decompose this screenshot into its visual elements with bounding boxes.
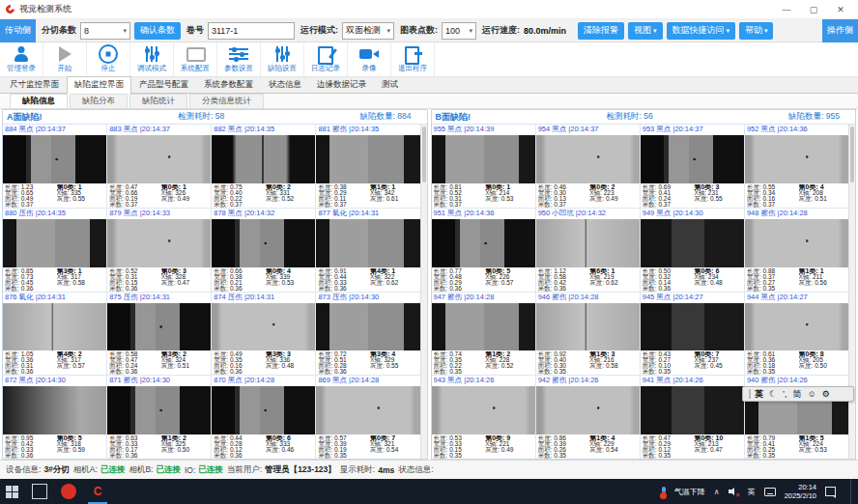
defect-cell[interactable]: 949 黑点 |20:14:30 长度: 0.50 宽度: 0.32 面积: 0… (641, 209, 744, 292)
defect-image[interactable] (641, 386, 744, 434)
defect-image[interactable] (745, 303, 848, 351)
confirm-count-button[interactable]: 确认条数 (134, 22, 181, 40)
defect-image[interactable] (3, 386, 106, 434)
ime-emoji-button[interactable]: ☺ (808, 387, 816, 401)
defect-cell[interactable]: 955 黑点 |20:14:39 长度: 0.81 宽度: 0.52 面积: 0… (432, 125, 535, 208)
main-tab[interactable]: 缺陷监控界面 (67, 76, 131, 94)
defect-image[interactable] (107, 135, 211, 183)
defect-cell[interactable]: 877 氧化 |20:14:31 长度: 0.91 宽度: 0.44 面积: 0… (316, 209, 419, 292)
defect-cell[interactable]: 950 小凹坑 |20:14:32 长度: 1.12 宽度: 0.58 面积: … (536, 209, 640, 292)
panel-a-scrollbar-thumb[interactable] (422, 126, 426, 182)
defect-cell[interactable]: 944 黑点 |20:14:27 长度: 0.61 宽度: 0.36 面积: 0… (745, 293, 848, 376)
defect-cell[interactable]: 954 黑点 |20:14:37 长度: 0.46 宽度: 0.30 面积: 0… (536, 125, 640, 208)
defect-cell[interactable]: 880 压伤 |20:14:35 长度: 0.85 宽度: 0.73 面积: 0… (3, 209, 106, 292)
action-button[interactable]: 日志记录 (304, 42, 348, 76)
show-desktop-button[interactable] (850, 479, 854, 504)
defect-image[interactable] (316, 303, 419, 351)
action-button[interactable]: 系统配置 (174, 42, 217, 76)
defect-image[interactable] (107, 303, 211, 351)
main-tab[interactable]: 产品型号配置 (131, 76, 196, 93)
clear-alarm-button[interactable]: 清除报警 (578, 22, 624, 40)
keyboard-icon[interactable] (764, 488, 776, 496)
data-quick-access-menu-button[interactable]: 数据快捷访问 (667, 22, 735, 40)
taskbar-active-app-icon[interactable]: C (90, 484, 105, 499)
defect-cell[interactable]: 953 黑点 |20:14:37 长度: 0.69 宽度: 0.41 面积: 0… (641, 125, 744, 208)
help-menu-button[interactable]: 帮助 (739, 22, 773, 40)
ime-drag-handle[interactable] (749, 389, 751, 399)
chart-points-select[interactable]: 100 (442, 22, 476, 40)
defect-cell[interactable]: 947 擦伤 |20:14:28 长度: 0.74 宽度: 0.35 面积: 0… (432, 293, 535, 376)
defect-cell[interactable]: 948 擦伤 |20:14:28 长度: 0.88 宽度: 0.37 面积: 0… (745, 209, 848, 292)
defect-cell[interactable]: 881 擦伤 |20:14:35 长度: 0.38 宽度: 0.29 面积: 0… (316, 125, 419, 208)
action-center-icon[interactable] (825, 487, 836, 496)
defect-cell[interactable]: 883 黑点 |20:14:37 长度: 0.47 宽度: 0.66 面积: 0… (107, 125, 211, 208)
main-tab[interactable]: 测试 (374, 76, 406, 93)
sub-tab[interactable]: 缺陷信息 (10, 94, 68, 109)
main-tab[interactable]: 尺寸监控界面 (2, 76, 67, 93)
sub-tab[interactable]: 分类信息统计 (189, 94, 264, 109)
slit-count-select[interactable]: 8 (80, 22, 130, 40)
defect-image[interactable] (212, 219, 315, 267)
ime-halfwidth-toggle[interactable]: ☾ (769, 387, 777, 401)
defect-image[interactable] (432, 135, 535, 183)
defect-cell[interactable]: 946 擦伤 |20:14:28 长度: 0.92 宽度: 0.40 面积: 0… (536, 293, 640, 376)
defect-image[interactable] (3, 135, 106, 183)
taskbar-app-red-icon[interactable] (61, 484, 76, 499)
volume-muted-icon[interactable]: × (729, 487, 739, 496)
ime-lang-toggle[interactable]: 英 (755, 387, 763, 401)
sub-tab[interactable]: 缺陷统计 (129, 94, 187, 109)
panel-a-scrollbar[interactable] (420, 125, 427, 459)
taskbar-app-window-icon[interactable] (32, 484, 47, 499)
defect-cell[interactable]: 870 黑点 |20:14:28 长度: 0.44 宽度: 0.28 面积: 0… (212, 376, 315, 459)
defect-cell[interactable]: 879 黑点 |20:14:33 长度: 0.52 宽度: 0.31 面积: 0… (107, 209, 211, 292)
defect-image[interactable] (107, 219, 211, 267)
defect-cell[interactable]: 873 压伤 |20:14:30 长度: 0.72 宽度: 0.51 面积: 0… (316, 293, 419, 376)
defect-image[interactable] (3, 303, 106, 351)
taskbar-clock[interactable]: 20:14 2025/2/10 (785, 483, 816, 500)
defect-cell[interactable]: 878 黑点 |20:14:32 长度: 0.66 宽度: 0.38 面积: 0… (212, 209, 315, 292)
panel-b-scrollbar[interactable] (848, 125, 855, 459)
defect-cell[interactable]: 882 黑点 |20:14:35 长度: 0.75 宽度: 0.40 面积: 0… (212, 125, 315, 208)
defect-image[interactable] (536, 219, 640, 267)
action-button[interactable]: 退出程序 (391, 42, 435, 76)
maximize-button[interactable]: ▢ (800, 1, 827, 18)
defect-image[interactable] (536, 303, 640, 351)
defect-image[interactable] (316, 219, 419, 267)
defect-cell[interactable]: 871 擦伤 |20:14:30 长度: 0.63 宽度: 0.33 面积: 0… (107, 376, 211, 459)
defect-cell[interactable]: 875 压伤 |20:14:31 长度: 0.58 宽度: 0.47 面积: 0… (107, 293, 211, 376)
action-button[interactable]: 参数设置 (217, 42, 261, 76)
defect-image[interactable] (432, 303, 535, 351)
run-mode-select[interactable]: 双面检测 (342, 22, 394, 40)
defect-cell[interactable]: 952 黑点 |20:14:36 长度: 0.55 宽度: 0.34 面积: 0… (745, 125, 848, 208)
main-tab[interactable]: 状态信息 (261, 76, 309, 93)
defect-image[interactable] (641, 303, 744, 351)
defect-image[interactable] (212, 135, 315, 183)
roll-number-input[interactable] (208, 22, 295, 40)
defect-image[interactable] (641, 135, 744, 183)
action-button[interactable]: 缺陷设置 (261, 42, 304, 76)
defect-image[interactable] (536, 386, 640, 434)
thermometer-icon[interactable] (662, 487, 666, 497)
action-button[interactable]: 调试模式 (130, 42, 174, 76)
defect-cell[interactable]: 941 黑点 |20:14:26 长度: 0.47 宽度: 0.29 面积: 0… (641, 376, 744, 459)
defect-image[interactable] (212, 303, 315, 351)
ime-settings-button[interactable]: ⚙ (822, 387, 830, 401)
ime-punctuation-toggle[interactable]: ’, (783, 387, 787, 401)
input-language-indicator[interactable]: 英 (748, 487, 756, 497)
start-button[interactable] (6, 486, 18, 498)
defect-image[interactable] (212, 386, 315, 434)
action-button[interactable]: 录像 (348, 42, 391, 76)
defect-cell[interactable]: 876 氧化 |20:14:31 长度: 1.05 宽度: 0.36 面积: 0… (3, 293, 106, 376)
defect-image[interactable] (3, 219, 106, 267)
defect-cell[interactable]: 874 压伤 |20:14:31 长度: 0.49 宽度: 0.35 面积: 0… (212, 293, 315, 376)
defect-image[interactable] (316, 386, 419, 434)
defect-image[interactable] (536, 135, 640, 183)
sub-tab[interactable]: 缺陷分布 (70, 94, 128, 109)
defect-image[interactable] (641, 219, 744, 267)
view-menu-button[interactable]: 视图 (628, 22, 662, 40)
defect-cell[interactable]: 942 擦伤 |20:14:26 长度: 0.86 宽度: 0.39 面积: 0… (536, 376, 640, 459)
main-tab[interactable]: 系统参数配置 (196, 76, 261, 93)
main-tab[interactable]: 边缘数据记录 (309, 76, 374, 93)
defect-cell[interactable]: 869 黑点 |20:14:28 长度: 0.57 宽度: 0.39 面积: 0… (316, 376, 419, 459)
defect-cell[interactable]: 951 黑点 |20:14:36 长度: 0.77 宽度: 0.48 面积: 0… (432, 209, 535, 292)
